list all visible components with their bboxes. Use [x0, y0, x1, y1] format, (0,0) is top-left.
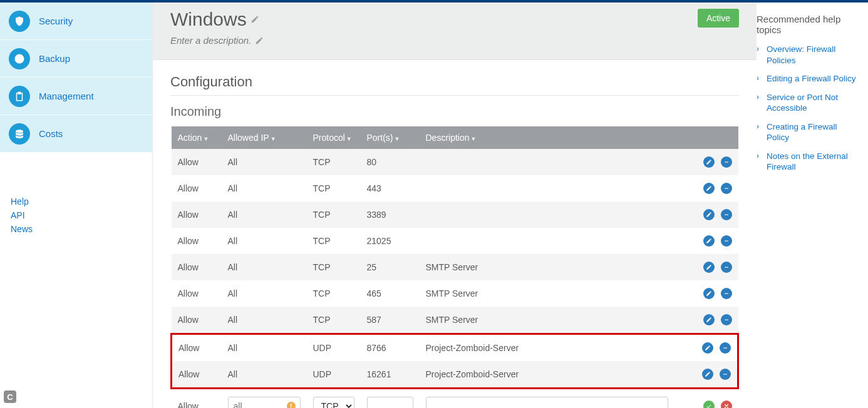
edit-rule-icon[interactable]: [703, 209, 715, 220]
edit-rule-icon[interactable]: [703, 288, 715, 299]
cell-ports: 3389: [361, 201, 420, 228]
cell-ip: All: [222, 280, 307, 307]
cell-description: [420, 175, 675, 201]
help-link[interactable]: Editing a Firewall Policy: [767, 73, 856, 84]
sidebar: Security Backup Management Costs Help AP…: [0, 3, 153, 408]
col-description[interactable]: Description▼: [420, 126, 675, 149]
cell-description: [420, 228, 675, 254]
col-allowed-ip[interactable]: Allowed IP▼: [222, 126, 307, 149]
cell-ip: All: [222, 175, 307, 201]
link-news[interactable]: News: [11, 224, 152, 234]
svg-rect-2: [725, 215, 728, 215]
edit-description-icon[interactable]: [255, 36, 264, 45]
cell-ports: 587: [361, 307, 420, 334]
delete-rule-icon[interactable]: [721, 235, 732, 247]
confirm-add-rule-icon[interactable]: [703, 400, 715, 408]
edit-title-icon[interactable]: [251, 15, 259, 24]
help-link-item: ›Editing a Firewall Policy: [757, 73, 862, 84]
sidebar-item-label: Costs: [39, 128, 63, 139]
table-row: AllowAllTCP3389: [172, 201, 738, 228]
cell-protocol: TCP: [307, 175, 361, 201]
rules-table: Action▼ Allowed IP▼ Protocol▼ Port(s)▼ D…: [170, 126, 739, 408]
cell-action: Allow: [172, 334, 222, 362]
cell-ip: All: [222, 228, 307, 254]
help-link[interactable]: Service or Port Not Accessible: [767, 92, 862, 114]
cell-ports: 80: [361, 149, 420, 175]
help-links: ›Overview: Firewall Policies›Editing a F…: [757, 44, 862, 173]
help-link[interactable]: Notes on the External Firewall: [767, 151, 862, 173]
help-link[interactable]: Creating a Firewall Policy: [767, 121, 862, 143]
svg-rect-4: [725, 267, 728, 268]
sidebar-item-security[interactable]: Security: [0, 3, 152, 40]
edit-rule-icon[interactable]: [702, 369, 713, 380]
edit-rule-icon[interactable]: [703, 156, 715, 168]
cell-ip: All: [222, 254, 307, 280]
add-rule-row: Allow!TCP: [172, 389, 738, 409]
sidebar-item-costs[interactable]: Costs: [0, 115, 152, 153]
shield-icon: [9, 11, 30, 32]
link-api[interactable]: API: [11, 210, 152, 220]
section-title-incoming: Incoming: [170, 105, 739, 119]
chevron-right-icon: ›: [757, 44, 763, 66]
svg-rect-0: [725, 162, 728, 163]
coins-icon: [9, 123, 30, 145]
edit-rule-icon[interactable]: [703, 183, 715, 194]
cell-ip: All: [222, 149, 307, 175]
delete-rule-icon[interactable]: [721, 314, 732, 325]
help-link-item: ›Notes on the External Firewall: [757, 151, 862, 173]
help-title: Recommended help topics: [757, 14, 862, 35]
new-rule-description-input[interactable]: [426, 397, 669, 408]
delete-rule-icon[interactable]: [720, 342, 731, 354]
cell-action: Allow: [172, 201, 222, 228]
link-help[interactable]: Help: [11, 196, 152, 207]
cell-protocol: UDP: [307, 361, 361, 389]
delete-rule-icon[interactable]: [721, 262, 732, 273]
table-row: AllowAllUDP8766Project-Zomboid-Server: [172, 334, 738, 362]
cell-description: Project-Zomboid-Server: [420, 361, 675, 389]
edit-rule-icon[interactable]: [703, 314, 715, 325]
sidebar-item-label: Management: [39, 91, 94, 101]
delete-rule-icon[interactable]: [721, 156, 732, 168]
svg-rect-8: [723, 374, 727, 375]
cell-description: SMTP Server: [420, 254, 675, 280]
table-row: AllowAllTCP25SMTP Server: [172, 254, 738, 280]
table-row: AllowAllTCP21025: [172, 228, 738, 254]
edit-rule-icon[interactable]: [703, 262, 715, 273]
clock-icon: [9, 48, 30, 69]
svg-rect-5: [725, 293, 728, 294]
delete-rule-icon[interactable]: [721, 209, 732, 220]
cell-ports: 21025: [361, 228, 420, 254]
delete-rule-icon[interactable]: [720, 369, 731, 380]
delete-rule-icon[interactable]: [721, 183, 732, 194]
chevron-right-icon: ›: [757, 93, 763, 114]
cell-protocol: TCP: [307, 228, 361, 254]
cookie-badge-icon[interactable]: C: [4, 390, 16, 403]
chevron-right-icon: ›: [757, 122, 763, 143]
status-badge[interactable]: Active: [698, 9, 739, 28]
col-protocol[interactable]: Protocol▼: [307, 126, 361, 149]
cell-protocol: TCP: [307, 280, 361, 307]
sidebar-item-management[interactable]: Management: [0, 78, 152, 115]
svg-rect-7: [723, 348, 727, 349]
page-description: Enter a description.: [170, 35, 264, 46]
help-link[interactable]: Overview: Firewall Policies: [767, 44, 862, 66]
cancel-add-rule-icon[interactable]: [721, 400, 732, 408]
cell-action: Allow: [172, 149, 222, 175]
table-row: AllowAllTCP80: [172, 149, 738, 175]
cell-description: SMTP Server: [420, 307, 675, 334]
cell-action: Allow: [172, 361, 222, 389]
new-rule-ports-input[interactable]: [367, 397, 413, 408]
svg-rect-1: [725, 188, 728, 189]
cell-ip: All: [222, 307, 307, 334]
cell-ip: All: [222, 334, 307, 362]
new-rule-protocol-select[interactable]: TCP: [313, 397, 354, 408]
edit-rule-icon[interactable]: [703, 235, 715, 247]
chevron-right-icon: ›: [757, 151, 763, 173]
sidebar-item-backup[interactable]: Backup: [0, 40, 152, 78]
edit-rule-icon[interactable]: [702, 342, 713, 354]
col-action[interactable]: Action▼: [172, 126, 222, 149]
delete-rule-icon[interactable]: [721, 288, 732, 299]
cell-action: Allow: [172, 175, 222, 201]
cell-action: Allow: [172, 389, 222, 409]
col-ports[interactable]: Port(s)▼: [361, 126, 420, 149]
